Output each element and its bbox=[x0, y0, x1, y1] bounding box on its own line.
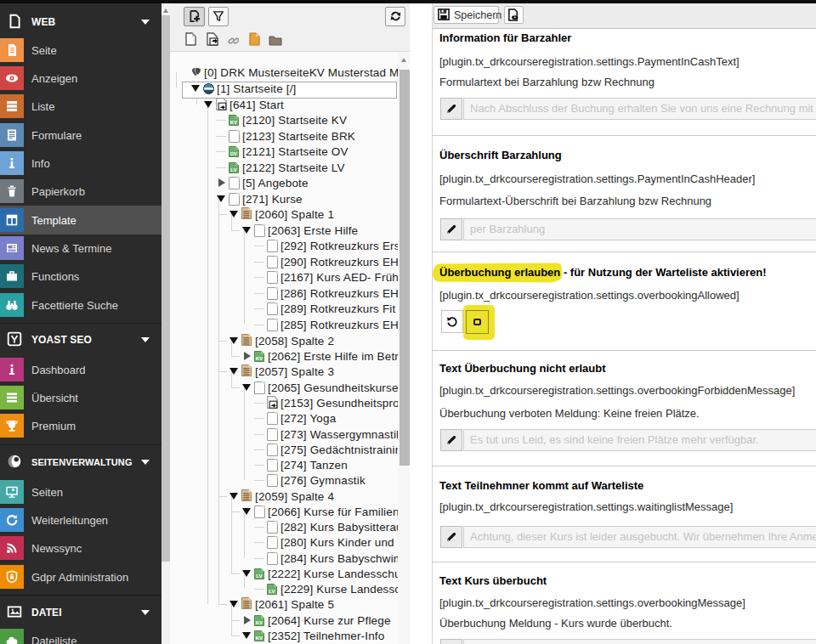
svg-text:LV: LV bbox=[269, 589, 275, 594]
svg-text:LV: LV bbox=[230, 167, 236, 172]
svg-text:KV: KV bbox=[256, 356, 263, 361]
svg-text:OV: OV bbox=[230, 151, 237, 156]
svg-text:KV: KV bbox=[230, 120, 237, 125]
svg-text:LV: LV bbox=[256, 573, 262, 579]
svg-text:KV: KV bbox=[256, 636, 263, 641]
svg-text:KV: KV bbox=[256, 620, 263, 625]
